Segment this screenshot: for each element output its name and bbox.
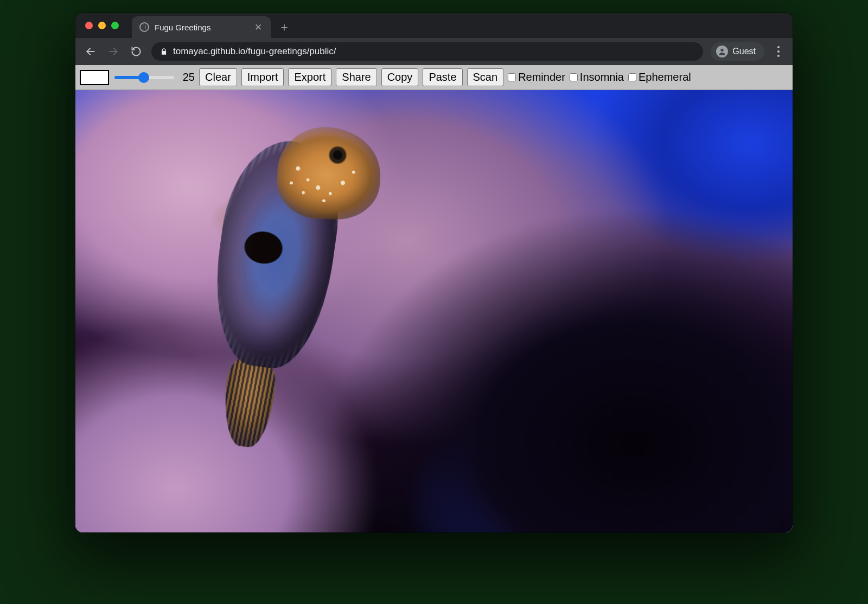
size-value: 25 xyxy=(180,71,195,83)
app-toolbar: 25 Clear Import Export Share Copy Paste … xyxy=(75,65,793,90)
clear-button[interactable]: Clear xyxy=(199,68,237,86)
scan-button[interactable]: Scan xyxy=(467,68,504,86)
url-text: tomayac.github.io/fugu-greetings/public/ xyxy=(173,46,336,57)
reminder-input[interactable] xyxy=(508,73,516,81)
svg-point-2 xyxy=(721,49,724,52)
back-button[interactable] xyxy=(83,44,98,59)
profile-chip[interactable]: Guest xyxy=(711,42,764,61)
insomnia-checkbox[interactable]: Insomnia xyxy=(570,71,624,83)
color-picker[interactable] xyxy=(80,70,109,85)
page-content: 25 Clear Import Export Share Copy Paste … xyxy=(75,65,793,532)
avatar-icon xyxy=(716,46,728,57)
browser-window: Fugu Greetings ✕ ＋ tomayac.github.io/fug… xyxy=(75,13,793,532)
tab-close-icon[interactable]: ✕ xyxy=(253,22,263,32)
globe-icon xyxy=(139,22,149,32)
reminder-label: Reminder xyxy=(518,71,565,83)
ephemeral-input[interactable] xyxy=(628,73,636,81)
insomnia-input[interactable] xyxy=(570,73,578,81)
lock-icon xyxy=(160,48,168,55)
close-window-button[interactable] xyxy=(85,22,93,29)
tab-active[interactable]: Fugu Greetings ✕ xyxy=(132,16,271,38)
import-button[interactable]: Import xyxy=(241,68,284,86)
ephemeral-label: Ephemeral xyxy=(639,71,691,83)
reminder-checkbox[interactable]: Reminder xyxy=(508,71,565,83)
new-tab-button[interactable]: ＋ xyxy=(276,19,292,35)
insomnia-label: Insomnia xyxy=(580,71,624,83)
size-slider[interactable] xyxy=(114,76,174,79)
canvas-image xyxy=(158,112,373,436)
export-button[interactable]: Export xyxy=(288,68,331,86)
tab-strip: Fugu Greetings ✕ ＋ xyxy=(75,13,793,38)
drawing-canvas[interactable] xyxy=(75,90,793,532)
profile-label: Guest xyxy=(732,47,756,56)
paste-button[interactable]: Paste xyxy=(423,68,462,86)
share-button[interactable]: Share xyxy=(336,68,376,86)
forward-button[interactable] xyxy=(106,44,121,59)
menu-button[interactable] xyxy=(772,46,785,57)
copy-button[interactable]: Copy xyxy=(381,68,419,86)
minimize-window-button[interactable] xyxy=(98,22,106,29)
address-bar[interactable]: tomayac.github.io/fugu-greetings/public/ xyxy=(151,42,703,61)
browser-toolbar: tomayac.github.io/fugu-greetings/public/… xyxy=(75,38,793,65)
tab-title: Fugu Greetings xyxy=(155,23,248,32)
zoom-window-button[interactable] xyxy=(111,22,119,29)
reload-button[interactable] xyxy=(129,44,144,59)
ephemeral-checkbox[interactable]: Ephemeral xyxy=(628,71,691,83)
window-controls xyxy=(85,13,119,38)
